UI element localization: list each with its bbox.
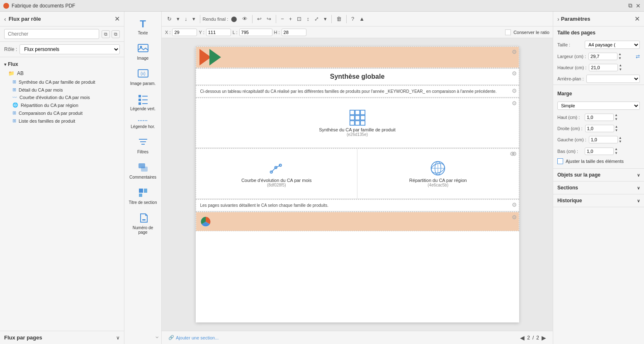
add-section-link[interactable]: 🔗 Ajouter une section... bbox=[168, 335, 219, 340]
bas-spin-down[interactable]: ▼ bbox=[615, 151, 618, 155]
droite-input[interactable] bbox=[585, 125, 614, 132]
download-button[interactable]: ↓ bbox=[182, 15, 190, 23]
haut-spin-up[interactable]: ▲ bbox=[615, 113, 618, 117]
zoom-out-button[interactable]: − bbox=[279, 15, 286, 23]
marge-section: Marge Simple Haut (cm) : ▲ ▼ Droite (cm)… bbox=[553, 85, 644, 169]
header-gear-icon[interactable]: ⚙ bbox=[512, 48, 517, 55]
h-input[interactable] bbox=[282, 29, 306, 36]
footer-logo-gear-icon[interactable]: ⚙ bbox=[512, 214, 517, 220]
delete-button[interactable]: 🗑 bbox=[334, 15, 344, 23]
tool-legende-hor[interactable]: Légende hor. bbox=[126, 115, 160, 132]
sidebar-item-synthese-ca[interactable]: ⊞ Synthèse du CA par famille de produit bbox=[0, 78, 124, 86]
next-page-button[interactable]: ▶ bbox=[542, 334, 546, 341]
grid-single-gear-icon[interactable]: ⚙ bbox=[512, 100, 517, 107]
desc-gear-icon[interactable]: ⚙ bbox=[512, 87, 517, 94]
svg-rect-25 bbox=[360, 115, 365, 120]
historique-header[interactable]: Historique ∨ bbox=[553, 194, 644, 207]
tool-commentaires[interactable]: Commentaires bbox=[126, 158, 160, 183]
text-icon: T bbox=[140, 19, 146, 29]
tool-numero-page-label: Numéro de page bbox=[128, 225, 158, 235]
gauche-spin-down[interactable]: ▼ bbox=[619, 140, 622, 144]
right-close-icon[interactable]: ✕ bbox=[634, 15, 640, 23]
largeur-spin-down[interactable]: ▼ bbox=[618, 56, 622, 61]
render-mode-2[interactable]: 👁 bbox=[240, 15, 250, 23]
search-input[interactable] bbox=[4, 29, 99, 39]
largeur-input[interactable] bbox=[588, 53, 617, 60]
dropdown-button-2[interactable]: ▾ bbox=[190, 15, 197, 23]
tool-texte[interactable]: T Texte bbox=[126, 16, 160, 39]
sidebar-left-bottom[interactable]: Flux par pages ∨ bbox=[0, 331, 124, 344]
tool-filtres[interactable]: Filtres bbox=[126, 133, 160, 157]
x-input[interactable] bbox=[172, 29, 197, 36]
conserver-ratio-label: Conserver le ratio bbox=[513, 30, 549, 35]
fit-button[interactable]: ⊡ bbox=[295, 15, 304, 23]
objets-section: Objets sur la page ∨ bbox=[553, 169, 644, 182]
sidebar-item-repartition[interactable]: 🌐 Répartition du CA par région bbox=[0, 101, 124, 109]
haut-spin-down[interactable]: ▼ bbox=[615, 117, 618, 121]
gauche-input[interactable] bbox=[589, 136, 618, 143]
svg-rect-0 bbox=[138, 44, 148, 52]
hauteur-spin-down[interactable]: ▼ bbox=[619, 68, 622, 72]
undo-button[interactable]: ↩ bbox=[255, 15, 264, 23]
footer-logo-section: ⚙ bbox=[196, 212, 519, 231]
title-gear-icon[interactable]: ⚙ bbox=[512, 70, 517, 77]
refresh-button[interactable]: ↻ bbox=[165, 15, 174, 23]
dropdown-button-1[interactable]: ▾ bbox=[175, 15, 182, 23]
right-arrow-icon[interactable]: › bbox=[557, 16, 559, 22]
gauche-spin-up[interactable]: ▲ bbox=[619, 136, 622, 140]
largeur-spin-up[interactable]: ▲ bbox=[618, 52, 622, 56]
tool-titre-section[interactable]: Titre de section bbox=[126, 184, 160, 208]
canvas-scroll[interactable]: ⚙ Synthèse globale ⚙ Ci-dessous un table… bbox=[162, 38, 553, 331]
copy-button-2[interactable]: ⧉ bbox=[112, 30, 120, 38]
arriere-select[interactable] bbox=[586, 75, 640, 83]
bas-spin-up[interactable]: ▲ bbox=[615, 147, 618, 151]
render-mode-1[interactable]: ⬤ bbox=[229, 15, 239, 23]
sidebar-left-close-icon[interactable]: ✕ bbox=[114, 15, 120, 23]
objets-header[interactable]: Objets sur la page ∨ bbox=[553, 169, 644, 181]
up-button[interactable]: ▲ bbox=[357, 15, 367, 23]
ajuster-checkbox[interactable] bbox=[557, 158, 563, 164]
flux-header[interactable]: ▾ Flux bbox=[0, 60, 124, 69]
dropdown-button-3[interactable]: ▾ bbox=[322, 15, 329, 23]
l-input[interactable] bbox=[239, 29, 272, 36]
marge-type-select[interactable]: Simple bbox=[557, 102, 640, 110]
prev-page-button[interactable]: ◀ bbox=[520, 334, 525, 341]
close-button[interactable]: ✕ bbox=[636, 2, 641, 9]
tool-legende-vert[interactable]: Légende vert. bbox=[126, 90, 160, 114]
tool-numero-page[interactable]: Numéro de page bbox=[126, 209, 160, 238]
footer-text-gear-icon[interactable]: ⚙ bbox=[512, 201, 517, 208]
back-icon[interactable]: ‹ bbox=[4, 16, 6, 22]
redo-button[interactable]: ↪ bbox=[265, 15, 273, 23]
flux-group-ab[interactable]: 📁 AB bbox=[0, 69, 124, 78]
taille-select[interactable]: A4 paysage ( bbox=[585, 41, 640, 49]
tool-image[interactable]: Image bbox=[126, 39, 160, 64]
help-button[interactable]: ? bbox=[349, 15, 356, 23]
maximize-button[interactable]: ⧉ bbox=[628, 2, 632, 9]
bas-input[interactable] bbox=[585, 148, 614, 155]
separator-5 bbox=[346, 15, 347, 23]
role-select[interactable]: Flux personnels bbox=[19, 44, 120, 54]
sidebar-left-title: Flux par rôle bbox=[9, 16, 112, 22]
ratio-checkbox[interactable] bbox=[505, 29, 511, 35]
sidebar-item-liste[interactable]: ⊞ Liste des familles de produit bbox=[0, 117, 124, 125]
haut-input[interactable] bbox=[585, 114, 614, 121]
grid-left-label: Courbe d'évolution du CA par mois bbox=[241, 178, 312, 183]
sections-header[interactable]: Sections ∨ bbox=[553, 182, 644, 194]
droite-spin-down[interactable]: ▼ bbox=[615, 128, 618, 133]
copy-button-1[interactable]: ⧉ bbox=[102, 30, 110, 38]
expand-button[interactable]: ⤢ bbox=[312, 15, 321, 23]
x-label: X : bbox=[165, 30, 170, 35]
y-input[interactable] bbox=[206, 29, 231, 36]
fit-v-button[interactable]: ↕ bbox=[304, 15, 311, 23]
grid-right-gear-icon[interactable]: ⚙ bbox=[512, 150, 517, 157]
svg-rect-15 bbox=[141, 167, 148, 172]
sidebar-item-courbe[interactable]: 〰 Courbe d'évolution du CA par mois bbox=[0, 94, 124, 101]
hauteur-spin-up[interactable]: ▲ bbox=[619, 63, 622, 68]
main-toolbar: ↻ ▾ ↓ ▾ Rendu final : ⬤ 👁 ↩ ↪ − + ⊡ ↕ ⤢ … bbox=[162, 12, 553, 27]
zoom-in-button[interactable]: + bbox=[287, 15, 294, 23]
sidebar-item-comparaison[interactable]: ⊞ Comparaison du CA par produit bbox=[0, 109, 124, 117]
hauteur-input[interactable] bbox=[589, 64, 618, 71]
droite-spin-up[interactable]: ▲ bbox=[615, 125, 618, 129]
sidebar-item-detail-ca[interactable]: ⊞ Détail du CA par mois bbox=[0, 86, 124, 94]
tool-image-param[interactable]: (x) Image param. bbox=[126, 65, 160, 89]
